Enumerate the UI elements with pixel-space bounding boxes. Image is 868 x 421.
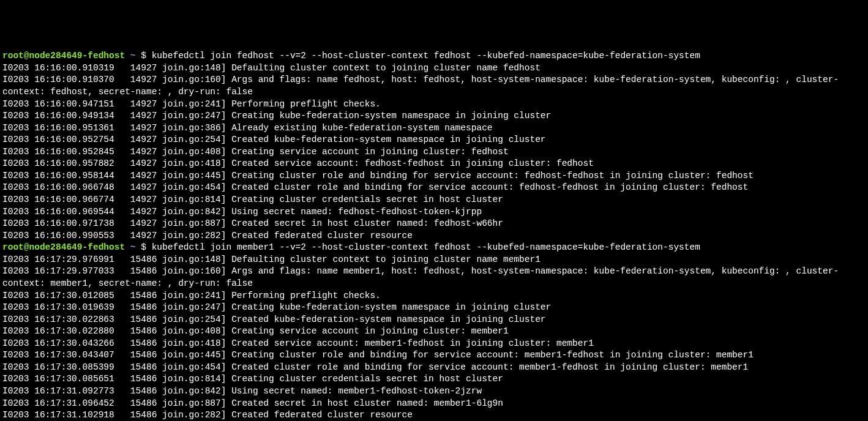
prompt-user: root@node284649-fedhost bbox=[2, 242, 125, 252]
prompt-dollar: $ bbox=[141, 51, 146, 61]
output-line: I0203 16:16:00.947151 14927 join.go:241]… bbox=[2, 99, 866, 111]
command-text: kubefedctl join member1 --v=2 --host-clu… bbox=[152, 242, 700, 252]
output-line: I0203 16:16:00.971738 14927 join.go:887]… bbox=[2, 218, 866, 230]
output-line: I0203 16:17:29.976991 15486 join.go:148]… bbox=[2, 254, 866, 266]
command-text: kubefedctl join fedhost --v=2 --host-clu… bbox=[152, 51, 700, 61]
prompt-path: ~ bbox=[130, 51, 136, 61]
output-line: I0203 16:17:30.043407 15486 join.go:445]… bbox=[2, 349, 866, 362]
output-line: I0203 16:17:30.022880 15486 join.go:408]… bbox=[2, 326, 866, 338]
output-line: I0203 16:16:00.949134 14927 join.go:247]… bbox=[2, 110, 866, 122]
output-line: I0203 16:17:30.085399 15486 join.go:454]… bbox=[2, 362, 866, 374]
output-line: I0203 16:16:00.910370 14927 join.go:160]… bbox=[2, 74, 866, 98]
prompt-line[interactable]: root@node284649-fedhost ~ $ kubefedctl j… bbox=[2, 242, 866, 254]
output-line: I0203 16:17:31.092773 15486 join.go:842]… bbox=[2, 386, 866, 398]
output-line: I0203 16:16:00.951361 14927 join.go:386]… bbox=[2, 122, 866, 135]
output-line: I0203 16:17:30.085651 15486 join.go:814]… bbox=[2, 373, 866, 386]
output-line: I0203 16:16:00.957882 14927 join.go:418]… bbox=[2, 158, 866, 170]
output-line: I0203 16:16:00.952845 14927 join.go:408]… bbox=[2, 146, 866, 158]
output-line: I0203 16:17:30.012085 15486 join.go:241]… bbox=[2, 290, 866, 302]
output-line: I0203 16:17:31.102918 15486 join.go:282]… bbox=[2, 409, 866, 421]
output-line: I0203 16:16:00.958144 14927 join.go:445]… bbox=[2, 170, 866, 182]
output-line: I0203 16:16:00.990553 14927 join.go:282]… bbox=[2, 230, 866, 242]
prompt-user: root@node284649-fedhost bbox=[2, 51, 125, 61]
prompt-line[interactable]: root@node284649-fedhost ~ $ kubefedctl j… bbox=[2, 50, 866, 62]
prompt-dollar: $ bbox=[141, 242, 146, 252]
output-line: I0203 16:16:00.969544 14927 join.go:842]… bbox=[2, 206, 866, 218]
output-line: I0203 16:16:00.910319 14927 join.go:148]… bbox=[2, 62, 866, 75]
output-line: I0203 16:17:30.019639 15486 join.go:247]… bbox=[2, 302, 866, 314]
output-line: I0203 16:16:00.952754 14927 join.go:254]… bbox=[2, 134, 866, 146]
output-line: I0203 16:17:29.977033 15486 join.go:160]… bbox=[2, 266, 866, 289]
prompt-path: ~ bbox=[130, 242, 136, 252]
output-line: I0203 16:17:31.096452 15486 join.go:887]… bbox=[2, 398, 866, 410]
output-line: I0203 16:16:00.966748 14927 join.go:454]… bbox=[2, 182, 866, 194]
output-line: I0203 16:16:00.966774 14927 join.go:814]… bbox=[2, 194, 866, 206]
terminal-window[interactable]: root@node284649-fedhost ~ $ kubefedctl j… bbox=[2, 50, 866, 421]
output-line: I0203 16:17:30.022863 15486 join.go:254]… bbox=[2, 314, 866, 326]
output-line: I0203 16:17:30.043266 15486 join.go:418]… bbox=[2, 338, 866, 350]
